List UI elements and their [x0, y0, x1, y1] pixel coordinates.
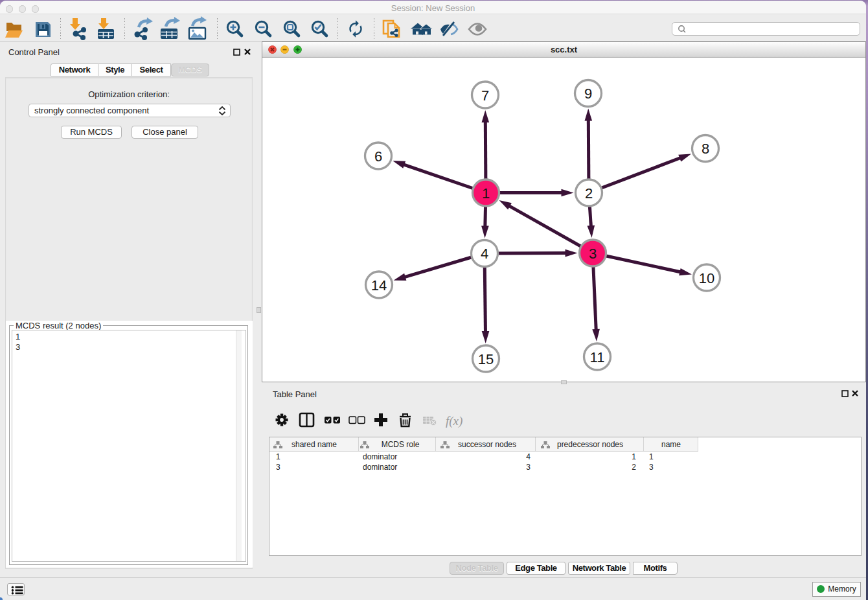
svg-text:7: 7	[481, 87, 489, 104]
svg-text:10: 10	[699, 270, 714, 286]
svg-text:f(x): f(x)	[446, 414, 463, 428]
svg-text:3: 3	[589, 246, 597, 262]
svg-text:15: 15	[478, 351, 494, 367]
svg-text:11: 11	[590, 349, 605, 365]
svg-text:8: 8	[702, 141, 709, 157]
svg-text:2: 2	[585, 185, 593, 202]
svg-text:1: 1	[482, 185, 490, 202]
svg-text:14: 14	[371, 277, 387, 294]
svg-text:6: 6	[374, 148, 382, 165]
svg-text:9: 9	[584, 86, 592, 102]
svg-text:4: 4	[481, 246, 488, 262]
